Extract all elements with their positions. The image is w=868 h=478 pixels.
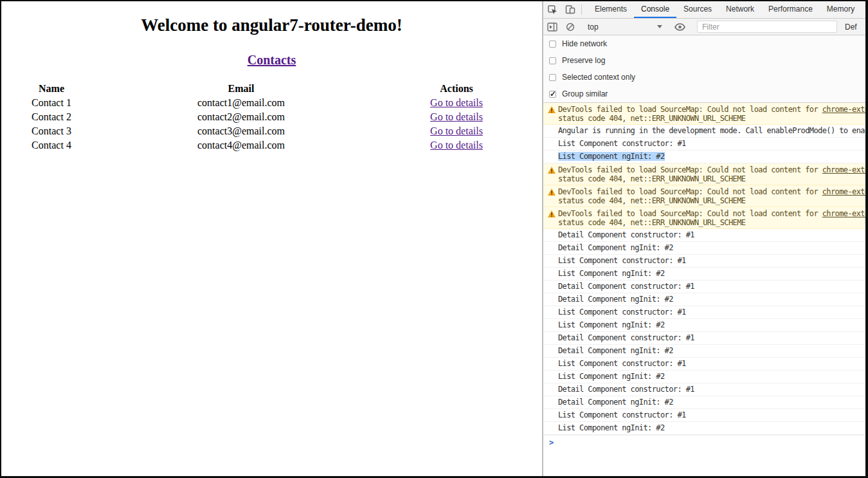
console-message: Detail Component constructor: #1 <box>543 229 865 242</box>
setting-label: Preserve log <box>562 56 605 65</box>
console-message: List Component ngInit: #2 <box>543 151 865 163</box>
contacts-table: Name Email Actions Contact 1contact1@ema… <box>6 82 527 152</box>
checkbox-checked-icon[interactable] <box>549 91 556 98</box>
contacts-table-body: Contact 1contact1@email.comGo to details… <box>6 96 527 152</box>
warning-text-line2: status code 404, net::ERR_UNKNOWN_URL_SC… <box>558 114 865 123</box>
tab-elements[interactable]: Elements <box>588 1 634 18</box>
contacts-link[interactable]: Contacts <box>248 53 296 67</box>
chevron-down-icon <box>657 25 662 28</box>
clear-console-icon[interactable] <box>561 23 579 32</box>
column-header-email: Email <box>96 82 386 96</box>
checkbox-unchecked-icon[interactable] <box>549 74 556 81</box>
contact-actions-cell: Go to details <box>386 110 527 124</box>
console-text: List Component constructor: #1 <box>558 359 686 368</box>
contact-email-cell: contact4@email.com <box>96 138 386 152</box>
go-to-details-link[interactable]: Go to details <box>430 125 483 136</box>
console-text: Detail Component ngInit: #2 <box>558 243 673 252</box>
warning-text-line1: DevTools failed to load SourceMap: Could… <box>558 209 865 218</box>
contact-email-cell: contact1@email.com <box>96 96 386 110</box>
prompt-chevron-icon: > <box>549 438 554 447</box>
contact-email-cell: contact3@email.com <box>96 124 386 138</box>
console-message: List Component constructor: #1 <box>543 306 865 319</box>
tab-sources[interactable]: Sources <box>676 1 719 18</box>
console-prompt[interactable]: > <box>543 435 865 448</box>
console-message: List Component constructor: #1 <box>543 409 865 422</box>
console-sidebar-icon[interactable] <box>543 23 561 32</box>
checkbox-unchecked-icon[interactable] <box>549 57 556 64</box>
console-output: DevTools failed to load SourceMap: Could… <box>543 103 865 476</box>
table-header-row: Name Email Actions <box>6 82 527 96</box>
console-message: Detail Component ngInit: #2 <box>543 293 865 306</box>
sourcemap-link[interactable]: chrome-exte <box>822 105 865 114</box>
console-warning: DevTools failed to load SourceMap: Could… <box>543 163 865 185</box>
console-text: List Component ngInit: #2 <box>558 372 665 381</box>
warning-text-line1: DevTools failed to load SourceMap: Could… <box>558 165 865 174</box>
execution-context-selector[interactable]: top <box>584 21 666 33</box>
contact-email-cell: contact2@email.com <box>96 110 386 124</box>
table-row: Contact 2contact2@email.comGo to details <box>6 110 527 124</box>
setting-selected-context-only[interactable]: Selected context only <box>543 69 865 86</box>
warning-icon <box>548 188 556 196</box>
sourcemap-link[interactable]: chrome-exte <box>822 187 865 196</box>
nav: Contacts <box>1 53 542 68</box>
log-levels-dropdown[interactable]: Def <box>845 23 857 32</box>
contact-name-cell: Contact 2 <box>6 110 96 124</box>
setting-group-similar[interactable]: Group similar <box>543 86 865 102</box>
setting-preserve-log[interactable]: Preserve log <box>543 52 865 69</box>
go-to-details-link[interactable]: Go to details <box>430 140 483 151</box>
device-toolbar-icon[interactable] <box>561 1 579 18</box>
go-to-details-link[interactable]: Go to details <box>430 97 483 108</box>
console-message: Detail Component ngInit: #2 <box>543 396 865 409</box>
warning-text-line1: DevTools failed to load SourceMap: Could… <box>558 105 865 114</box>
devtools-tab-strip: ElementsConsoleSourcesNetworkPerformance… <box>584 1 862 18</box>
table-row: Contact 1contact1@email.comGo to details <box>6 96 527 110</box>
inspect-icon[interactable] <box>543 1 561 18</box>
console-message: Detail Component ngInit: #2 <box>543 242 865 255</box>
console-message: List Component constructor: #1 <box>543 255 865 268</box>
app-page: Welcome to angular7-router-demo! Contact… <box>1 1 542 476</box>
console-text: Detail Component ngInit: #2 <box>558 295 673 304</box>
page-title: Welcome to angular7-router-demo! <box>1 15 542 35</box>
column-header-actions: Actions <box>386 82 527 96</box>
console-message: Detail Component constructor: #1 <box>543 383 865 396</box>
console-warning: DevTools failed to load SourceMap: Could… <box>543 207 865 229</box>
setting-hide-network[interactable]: Hide network <box>543 35 865 52</box>
sourcemap-link[interactable]: chrome-exte <box>822 209 865 218</box>
selected-console-text: List Component ngInit: #2 <box>558 152 665 161</box>
devtools-panel: ElementsConsoleSourcesNetworkPerformance… <box>542 1 865 476</box>
console-text: List Component constructor: #1 <box>558 256 686 265</box>
toolbar-separator <box>581 5 582 15</box>
warning-text-line2: status code 404, net::ERR_UNKNOWN_URL_SC… <box>558 218 865 227</box>
console-text: List Component ngInit: #2 <box>558 320 665 329</box>
tab-performance[interactable]: Performance <box>761 1 820 18</box>
tab-console[interactable]: Console <box>634 1 676 18</box>
filter-input[interactable] <box>697 21 837 33</box>
table-row: Contact 3contact3@email.comGo to details <box>6 124 527 138</box>
warning-icon <box>548 210 556 217</box>
contact-actions-cell: Go to details <box>386 138 527 152</box>
console-message: List Component ngInit: #2 <box>543 371 865 383</box>
warning-icon <box>548 167 556 174</box>
contact-actions-cell: Go to details <box>386 96 527 110</box>
console-message: List Component constructor: #1 <box>543 138 865 151</box>
console-message: List Component ngInit: #2 <box>543 319 865 332</box>
console-text: Detail Component ngInit: #2 <box>558 346 673 355</box>
sourcemap-link[interactable]: chrome-exte <box>822 165 865 174</box>
eye-icon[interactable] <box>671 23 689 31</box>
go-to-details-link[interactable]: Go to details <box>430 111 483 122</box>
console-message: Detail Component constructor: #1 <box>543 332 865 345</box>
setting-label: Selected context only <box>562 73 635 82</box>
tab-network[interactable]: Network <box>719 1 761 18</box>
tab-memory[interactable]: Memory <box>820 1 862 18</box>
table-row: Contact 4contact4@email.comGo to details <box>6 138 527 152</box>
console-message: Detail Component ngInit: #2 <box>543 345 865 358</box>
devtools-tab-bar: ElementsConsoleSourcesNetworkPerformance… <box>543 1 865 19</box>
warning-text-line1: DevTools failed to load SourceMap: Could… <box>558 187 865 196</box>
console-message: Detail Component constructor: #1 <box>543 280 865 293</box>
console-text: List Component ngInit: #2 <box>558 269 665 278</box>
console-text: Detail Component constructor: #1 <box>558 385 694 394</box>
checkbox-unchecked-icon[interactable] <box>549 41 556 48</box>
console-warning: DevTools failed to load SourceMap: Could… <box>543 103 865 125</box>
console-text: Detail Component constructor: #1 <box>558 282 694 291</box>
contact-name-cell: Contact 4 <box>6 138 96 152</box>
